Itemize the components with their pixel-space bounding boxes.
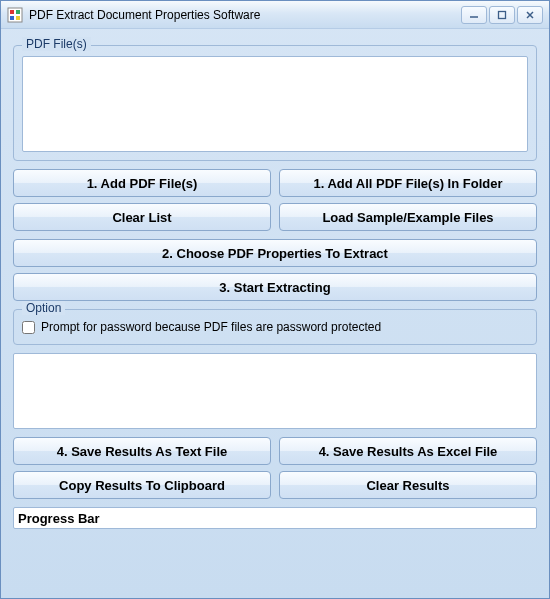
svg-rect-2 — [16, 10, 20, 14]
clear-list-button[interactable]: Clear List — [13, 203, 271, 231]
client-area: PDF File(s) 1. Add PDF File(s) 1. Add Al… — [1, 29, 549, 535]
svg-rect-6 — [499, 11, 506, 18]
minimize-button[interactable] — [461, 6, 487, 24]
prompt-password-row[interactable]: Prompt for password because PDF files ar… — [22, 318, 528, 336]
prompt-password-label: Prompt for password because PDF files ar… — [41, 320, 381, 334]
svg-rect-3 — [10, 16, 14, 20]
close-button[interactable] — [517, 6, 543, 24]
save-as-excel-button[interactable]: 4. Save Results As Excel File — [279, 437, 537, 465]
results-listbox[interactable] — [13, 353, 537, 429]
progress-bar: Progress Bar — [13, 507, 537, 529]
window-title: PDF Extract Document Properties Software — [29, 8, 459, 22]
start-extracting-button[interactable]: 3. Start Extracting — [13, 273, 537, 301]
add-all-in-folder-button[interactable]: 1. Add All PDF File(s) In Folder — [279, 169, 537, 197]
window-controls — [459, 6, 543, 24]
pdf-files-group: PDF File(s) — [13, 45, 537, 161]
maximize-button[interactable] — [489, 6, 515, 24]
main-window: PDF Extract Document Properties Software… — [0, 0, 550, 599]
svg-rect-1 — [10, 10, 14, 14]
save-as-text-button[interactable]: 4. Save Results As Text File — [13, 437, 271, 465]
app-icon — [7, 7, 23, 23]
copy-clipboard-button[interactable]: Copy Results To Clipboard — [13, 471, 271, 499]
clear-results-button[interactable]: Clear Results — [279, 471, 537, 499]
progress-label: Progress Bar — [18, 511, 100, 526]
svg-rect-4 — [16, 16, 20, 20]
titlebar: PDF Extract Document Properties Software — [1, 1, 549, 29]
option-legend: Option — [22, 301, 65, 315]
pdf-files-legend: PDF File(s) — [22, 37, 91, 51]
add-pdf-files-button[interactable]: 1. Add PDF File(s) — [13, 169, 271, 197]
choose-properties-button[interactable]: 2. Choose PDF Properties To Extract — [13, 239, 537, 267]
load-sample-button[interactable]: Load Sample/Example Files — [279, 203, 537, 231]
pdf-files-listbox[interactable] — [22, 56, 528, 152]
option-group: Option Prompt for password because PDF f… — [13, 309, 537, 345]
prompt-password-checkbox[interactable] — [22, 321, 35, 334]
